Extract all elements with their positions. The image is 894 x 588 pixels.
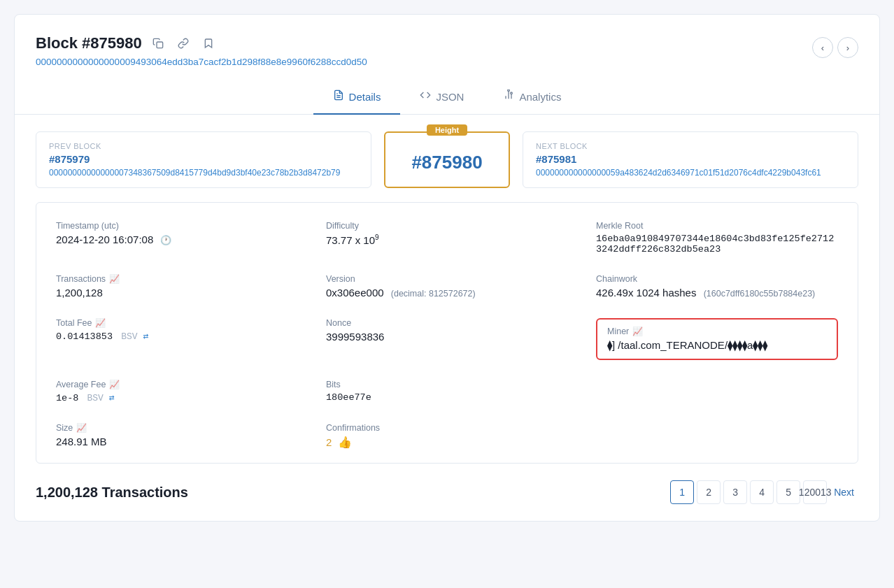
detail-size: Size 📈 248.91 MB (56, 423, 298, 449)
chainwork-secondary: (160c7dff6180c55b7884e23) (704, 289, 816, 299)
merkle-root-value: 16eba0a910849707344e18604c3bd83fe125fe27… (596, 234, 838, 254)
confirmations-thumbs-icon: 👍 (338, 436, 352, 448)
tab-details-label: Details (349, 91, 381, 103)
detail-transactions: Transactions 📈 1,200,128 (56, 274, 298, 299)
total-fee-trend-icon: 📈 (95, 318, 106, 328)
copy-button[interactable] (149, 34, 167, 52)
bits-label: Bits (326, 380, 568, 389)
next-block-label: NEXT BLOCK (536, 142, 845, 150)
detail-version: Version 0x306ee000 (decimal: 812572672) (326, 274, 568, 299)
transactions-trend-icon: 📈 (109, 274, 120, 284)
current-block-card: Height #875980 (384, 131, 510, 188)
detail-confirmations: Confirmations 2 👍 (326, 423, 568, 449)
pagination: 1 2 3 4 5 120013 Next (670, 480, 858, 504)
page-btn-last[interactable]: 120013 (803, 480, 827, 504)
confirmations-value: 2 👍 (326, 436, 568, 449)
detail-nonce: Nonce 3999593836 (326, 318, 568, 360)
footer-row: 1,200,128 Transactions 1 2 3 4 5 120013 … (36, 480, 858, 504)
average-fee-label: Average Fee 📈 (56, 380, 298, 389)
miner-trend-icon: 📈 (632, 327, 643, 336)
prev-block-hash: 00000000000000007348367509d8415779d4bd9d… (49, 168, 358, 178)
prev-nav-arrow[interactable]: ‹ (812, 37, 833, 58)
miner-value: ⧫] /taal.com_TERANODE/⧫⧫⧫⧫a⧫⧫⧫ (607, 339, 827, 352)
next-block-card[interactable]: NEXT BLOCK #875981 000000000000000059a48… (523, 131, 858, 188)
tab-analytics-label: Analytics (519, 91, 561, 103)
svg-point-6 (511, 92, 513, 94)
json-tab-icon (420, 89, 431, 103)
current-block-number: #875980 (411, 152, 482, 173)
average-fee-value: 1e-8 BSV ⇄ (56, 392, 298, 403)
link-button[interactable] (174, 34, 192, 52)
page-btn-4[interactable]: 4 (750, 480, 774, 504)
total-fee-label: Total Fee 📈 (56, 318, 298, 328)
detail-timestamp: Timestamp (utc) 2024-12-20 16:07:08 🕐 (56, 221, 298, 254)
block-nav: PREV BLOCK #875979 000000000000000073483… (36, 131, 858, 188)
tab-json-label: JSON (436, 91, 464, 103)
details-box: Timestamp (utc) 2024-12-20 16:07:08 🕐 Di… (36, 202, 858, 464)
difficulty-value: 73.77 x 109 (326, 234, 568, 246)
page-btn-1[interactable]: 1 (670, 480, 694, 504)
detail-empty (596, 380, 838, 403)
avg-fee-swap-icon[interactable]: ⇄ (109, 393, 115, 403)
size-label: Size 📈 (56, 423, 298, 433)
main-card: Block #875980 (14, 14, 880, 522)
bookmark-button[interactable] (199, 34, 218, 52)
prev-block-number: #875979 (49, 153, 358, 165)
version-label: Version (326, 274, 568, 284)
difficulty-label: Difficulty (326, 221, 568, 231)
total-fee-currency: BSV (121, 331, 137, 342)
analytics-tab-icon (503, 89, 514, 103)
prev-block-label: PREV BLOCK (49, 142, 358, 150)
transaction-count: 1,200,128 Transactions (36, 485, 188, 501)
size-value: 248.91 MB (56, 436, 298, 447)
page-next-button[interactable]: Next (830, 487, 858, 498)
avg-fee-currency: BSV (87, 393, 104, 403)
total-fee-value: 0.01413853 BSV ⇄ (56, 331, 298, 342)
height-badge: Height (427, 124, 467, 136)
nonce-value: 3999593836 (326, 331, 568, 343)
svg-rect-0 (157, 42, 163, 48)
page-btn-2[interactable]: 2 (697, 480, 721, 504)
avg-fee-trend-icon: 📈 (109, 380, 120, 389)
page-btn-3[interactable]: 3 (723, 480, 747, 504)
chainwork-label: Chainwork (596, 274, 838, 284)
block-header: Block #875980 (36, 34, 858, 67)
chainwork-value: 426.49x 1024 hashes (160c7dff6180c55b788… (596, 287, 838, 299)
version-value: 0x306ee000 (decimal: 812572672) (326, 287, 568, 299)
bits-value: 180ee77e (326, 392, 568, 403)
timestamp-clock-icon: 🕐 (160, 235, 171, 245)
next-block-hash: 000000000000000059a483624d2d6346971c01f5… (536, 168, 845, 178)
confirmations-label: Confirmations (326, 423, 568, 433)
next-nav-arrow[interactable]: › (837, 37, 858, 58)
prev-block-card[interactable]: PREV BLOCK #875979 000000000000000073483… (36, 131, 371, 188)
block-header-left: Block #875980 (36, 34, 367, 67)
block-hash[interactable]: 0000000000000000009493064edd3ba7cacf2b1d… (36, 57, 367, 67)
block-title-row: Block #875980 (36, 34, 367, 52)
detail-bits: Bits 180ee77e (326, 380, 568, 403)
size-trend-icon: 📈 (76, 423, 87, 433)
details-tab-icon (333, 89, 344, 103)
version-decimal: (decimal: 812572672) (391, 289, 476, 299)
nonce-label: Nonce (326, 318, 568, 328)
details-grid: Timestamp (utc) 2024-12-20 16:07:08 🕐 Di… (56, 221, 838, 449)
timestamp-label: Timestamp (utc) (56, 221, 298, 231)
tab-analytics[interactable]: Analytics (483, 80, 581, 115)
miner-box: Miner 📈 ⧫] /taal.com_TERANODE/⧫⧫⧫⧫a⧫⧫⧫ (596, 318, 838, 360)
detail-difficulty: Difficulty 73.77 x 109 (326, 221, 568, 254)
swap-icon[interactable]: ⇄ (143, 331, 149, 342)
transactions-label: Transactions 📈 (56, 274, 298, 284)
merkle-root-label: Merkle Root (596, 221, 838, 231)
tabs-bar: Details JSON Analytics (15, 80, 879, 115)
transactions-value: 1,200,128 (56, 287, 298, 299)
page-btn-5[interactable]: 5 (776, 480, 800, 504)
detail-total-fee: Total Fee 📈 0.01413853 BSV ⇄ (56, 318, 298, 360)
timestamp-value: 2024-12-20 16:07:08 🕐 (56, 234, 298, 245)
svg-point-7 (508, 89, 510, 92)
miner-label: Miner 📈 (607, 327, 827, 336)
detail-average-fee: Average Fee 📈 1e-8 BSV ⇄ (56, 380, 298, 403)
detail-chainwork: Chainwork 426.49x 1024 hashes (160c7dff6… (596, 274, 838, 299)
detail-merkle-root: Merkle Root 16eba0a910849707344e18604c3b… (596, 221, 838, 254)
tab-json[interactable]: JSON (400, 80, 483, 115)
tab-details[interactable]: Details (313, 80, 401, 115)
nav-arrows: ‹ › (812, 37, 858, 58)
